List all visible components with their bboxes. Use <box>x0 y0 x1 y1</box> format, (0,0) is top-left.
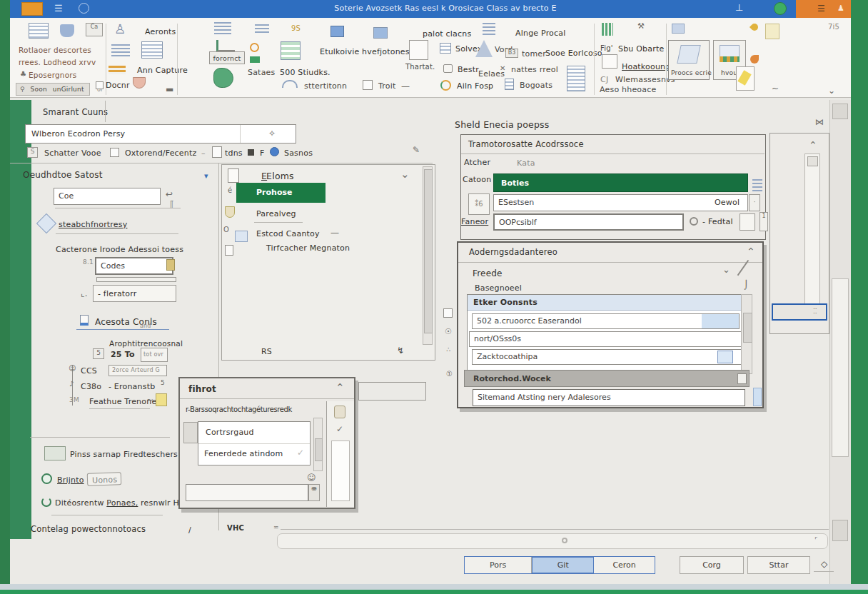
person-icon[interactable]: ♙ <box>114 21 130 39</box>
hamburger-icon[interactable]: ☰ <box>54 3 63 14</box>
right-mini-thumb[interactable] <box>753 388 762 406</box>
dialog-collapse-icon[interactable]: ⌃ <box>335 381 345 394</box>
ponaes-link[interactable]: Ponaes, <box>106 498 138 508</box>
teal-window-icon[interactable] <box>373 27 388 39</box>
oopcsiblf-input[interactable]: OOPcsiblf <box>493 213 684 231</box>
ribbon-g1-line3[interactable]: Eposergnors <box>29 71 77 79</box>
document-tab[interactable]: Smarant Cuuns <box>43 107 108 117</box>
corg-button[interactable]: Corg <box>680 556 744 574</box>
git-button[interactable]: Git <box>532 557 594 573</box>
option-row-input[interactable]: Zacktocoathipa <box>472 349 742 365</box>
sbu-obarte-label[interactable]: Sbu Obarte <box>618 44 664 54</box>
palot-clacns-label[interactable]: palot clacns <box>423 29 471 39</box>
fx-icon-box[interactable]: ⁑6 <box>468 193 490 215</box>
pencil-icon[interactable]: ✎ <box>413 145 420 155</box>
steab-link[interactable]: steabchfnortresy <box>59 220 127 229</box>
bottle-icon[interactable] <box>213 68 233 88</box>
blue-sync-icon[interactable] <box>270 147 279 156</box>
list-row-label[interactable]: Estcod Caantoy <box>256 229 320 238</box>
plunger-icon[interactable] <box>216 40 235 51</box>
folder-arrow-icon[interactable] <box>672 24 685 34</box>
nattes-rreol-label[interactable]: nattes rreol <box>511 65 558 74</box>
thartat-label[interactable]: Thartat. <box>405 63 435 71</box>
info-circle-icon[interactable] <box>79 3 89 14</box>
selected-value-bar[interactable]: Boties <box>493 173 748 192</box>
align-lines-icon[interactable] <box>483 23 495 37</box>
chevron-down-icon[interactable]: ⌄ <box>400 168 410 181</box>
uonos-tag[interactable]: Uonos <box>87 472 122 486</box>
table-scrollbar[interactable] <box>741 294 752 374</box>
sttar-button[interactable]: Sttar <box>747 556 810 574</box>
ribbon-g1-line1[interactable]: Rotlaoer descortes <box>19 46 91 54</box>
box2-collapse-icon[interactable]: ⌃ <box>747 246 755 257</box>
footer-diamond-icon[interactable]: ◇ <box>821 559 827 569</box>
table-scroll-thumb[interactable] <box>743 313 752 343</box>
docnr-label[interactable]: Docnr <box>106 81 130 90</box>
option-row-input[interactable]: nort/OSss0s <box>469 331 744 347</box>
sparkle-icon[interactable]: ✧ <box>268 129 276 139</box>
center-scroll-thumb[interactable] <box>424 169 433 333</box>
rail-scroll-top-icon[interactable] <box>807 156 818 166</box>
fedtal-box[interactable] <box>740 213 755 231</box>
ribbon-collapse-icon[interactable]: ⌄ <box>828 86 835 96</box>
dialog-scrollbar[interactable] <box>313 418 323 471</box>
list-row-label[interactable]: Tirfcacher Megnaton <box>266 243 350 253</box>
menu-icon[interactable]: ☰ <box>817 4 825 14</box>
box2-checkbox[interactable] <box>443 308 453 318</box>
center-scrollbar[interactable] <box>423 166 433 345</box>
green-circle-icon[interactable] <box>774 2 787 15</box>
footer-bar[interactable]: ⌜ <box>277 533 828 549</box>
filter-schatter-vooe[interactable]: Schatter Vooe <box>44 148 101 158</box>
option-row-input[interactable]: 502 a.cruoorcc Easerandol <box>472 313 740 329</box>
spinner-control[interactable]: 1 <box>760 212 768 231</box>
stamp-icon[interactable] <box>60 24 74 37</box>
dialog-scroll-thumb[interactable] <box>315 438 323 461</box>
letter-a-icon[interactable] <box>475 40 493 57</box>
filter-oxtorend[interactable]: Oxtorend/Fecentz <box>125 148 197 158</box>
list-row-selected[interactable]: Prohose <box>236 183 326 203</box>
menu-lines-icon[interactable] <box>752 179 762 192</box>
flip-arrow-icon[interactable]: ⋈ <box>815 117 824 127</box>
list-row-label[interactable]: Parealveg <box>256 209 296 218</box>
orce-box[interactable]: 2orce Arteurd G <box>108 365 167 376</box>
flerator-box[interactable]: - fleratorr <box>93 285 176 302</box>
hoatkoounp-icon[interactable] <box>602 54 617 69</box>
sttertitonn-label[interactable]: sttertitonn <box>304 81 347 91</box>
fig-label[interactable]: Fig' <box>600 44 613 52</box>
docnr-checkbox[interactable] <box>96 81 104 89</box>
bestr-label[interactable]: Bestr <box>458 65 479 74</box>
brijnto-link[interactable]: Brijnto <box>57 475 84 485</box>
etulkoivie-label[interactable]: Etulkoivie hvefjotones <box>320 47 410 56</box>
dialog-listbox[interactable]: Cortrsrgaud Fenerdede atindom ✓ <box>198 421 311 465</box>
dialog-list-item[interactable]: Fenerdede atindom <box>204 449 283 458</box>
ditos-line[interactable]: Ditéosrentw Ponaes, resnwlr HG <box>55 498 186 508</box>
scroll-up-button[interactable] <box>832 104 848 119</box>
pen-box-icon[interactable] <box>736 66 755 91</box>
tot-ovr-box[interactable]: tot ovr <box>141 348 168 362</box>
search-box[interactable]: Wlberon Ecodron Persy ✧ <box>25 124 296 144</box>
dialog-spinner[interactable]: ⛂ <box>308 484 320 501</box>
proocs-ecrie-button[interactable]: Proocs ecrie <box>668 40 710 80</box>
card-stack-icon[interactable] <box>567 66 585 91</box>
ceron-button[interactable]: Ceron <box>594 557 655 573</box>
stemand-input[interactable]: Sitemand Atsting nery Adalesores <box>473 389 745 406</box>
codes-input[interactable]: Codes <box>95 257 173 275</box>
return-arrow-icon[interactable]: ↩ <box>166 189 173 199</box>
filter-checkbox[interactable] <box>110 148 119 157</box>
ailn-fosp-label[interactable]: Ailn Fosp <box>457 81 493 91</box>
freede-chevron-icon[interactable]: ⌄ <box>722 264 730 275</box>
ann-capture-label[interactable]: Ann Capture <box>137 66 188 75</box>
bogoats-label[interactable]: Bogoats <box>520 81 552 90</box>
coe-input[interactable]: Coe <box>54 188 161 205</box>
download-icon[interactable]: ⊥ <box>735 2 743 13</box>
sataes-label[interactable]: Sataes <box>248 68 275 77</box>
window-stack-icon[interactable] <box>29 23 49 39</box>
list-key-icon[interactable] <box>111 44 130 57</box>
building-icon[interactable] <box>141 41 163 59</box>
filter-tdns[interactable]: tdns <box>225 148 243 158</box>
floating-input[interactable] <box>358 382 426 401</box>
scroll-down-button[interactable] <box>832 520 848 541</box>
troit-checkbox[interactable] <box>363 80 373 90</box>
hoatkoounp-label[interactable]: Hoatkoounp <box>622 62 670 71</box>
cloud-icon[interactable] <box>282 80 298 88</box>
